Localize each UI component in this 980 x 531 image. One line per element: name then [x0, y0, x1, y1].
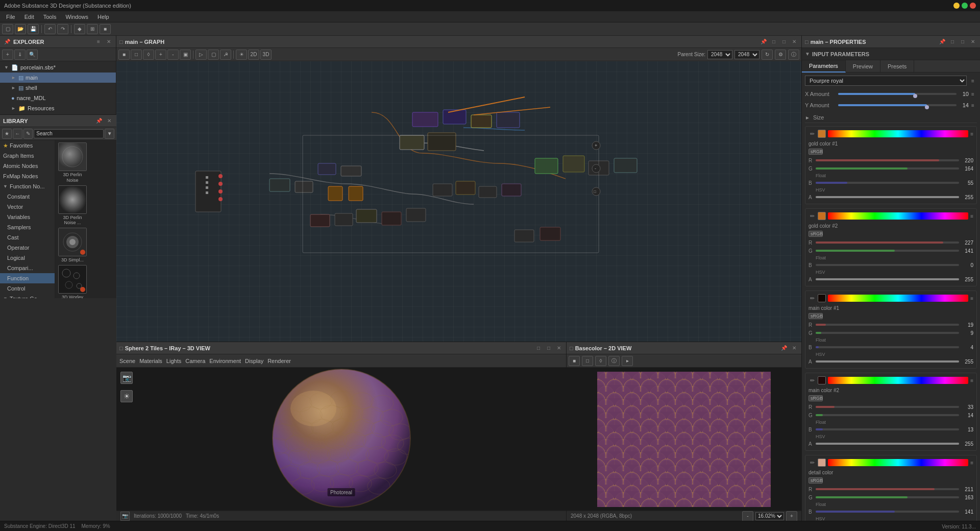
y-amount-slider[interactable]: [838, 101, 957, 109]
main-color-2-swatch[interactable]: [818, 376, 826, 384]
lib-favorites[interactable]: ★ Favorites: [0, 140, 55, 151]
tab-presets[interactable]: Presets: [880, 60, 914, 73]
lib-atomic-nodes[interactable]: Atomic Nodes: [0, 161, 55, 171]
graph-fit[interactable]: ▣: [180, 50, 191, 60]
lib-filter[interactable]: ▼: [105, 129, 114, 139]
graph-zoom-in[interactable]: +: [155, 50, 166, 60]
lib-function[interactable]: ▼ Function No...: [0, 181, 55, 191]
tab-preview[interactable]: Preview: [846, 60, 880, 73]
graph-tool3[interactable]: ◊: [143, 50, 154, 60]
color1-menu[interactable]: ≡: [970, 131, 973, 137]
color2-spectrum[interactable]: [828, 212, 968, 220]
view3d-materials[interactable]: Materials: [139, 358, 162, 364]
view3d-canvas[interactable]: 📷 ☀: [116, 368, 566, 511]
maincolor1-picker[interactable]: ✏: [808, 295, 816, 302]
main-color-1-swatch[interactable]: [818, 294, 826, 302]
lib-operator[interactable]: Operator: [0, 243, 55, 253]
view3d-display[interactable]: Display: [245, 358, 263, 364]
tool1[interactable]: ◆: [74, 24, 85, 34]
graph-info[interactable]: ⓘ: [788, 50, 799, 60]
thumb-3d-perlin2[interactable]: 3D Perlin Noise ...: [57, 185, 88, 226]
preset-select[interactable]: Pourpre royal: [805, 76, 967, 86]
lib-fxmap[interactable]: FxMap Nodes: [0, 171, 55, 181]
explorer-pin[interactable]: 📌: [3, 38, 11, 46]
minimize-button[interactable]: [953, 3, 960, 9]
tree-nacre[interactable]: ● nacre_MDL: [0, 93, 116, 103]
y-amount-menu[interactable]: ≡: [969, 101, 977, 109]
maincolor2-menu[interactable]: ≡: [970, 378, 973, 383]
lib-fav[interactable]: ★: [2, 129, 12, 139]
r2-track[interactable]: [816, 242, 959, 244]
lib-control[interactable]: Control: [0, 283, 55, 294]
tab-parameters[interactable]: Parameters: [802, 60, 846, 73]
b-track[interactable]: [816, 182, 959, 184]
view3d-environment[interactable]: Environment: [209, 358, 241, 364]
lib-logical[interactable]: Logical: [0, 253, 55, 263]
graph-refresh[interactable]: ↻: [762, 50, 773, 60]
lib-compare[interactable]: Compari...: [0, 263, 55, 273]
lib-constant[interactable]: Constant: [0, 191, 55, 202]
color2-menu[interactable]: ≡: [970, 213, 973, 219]
graph-close[interactable]: ✕: [790, 38, 798, 46]
b2-track[interactable]: [816, 264, 959, 266]
explorer-menu[interactable]: ≡: [94, 38, 103, 46]
menu-file[interactable]: File: [2, 13, 19, 21]
thumb-3d-worley[interactable]: 3D Worley Noise: [57, 265, 88, 298]
graph-settings[interactable]: ⚙: [775, 50, 786, 60]
view3d-camera[interactable]: Camera: [185, 358, 205, 364]
x-amount-slider[interactable]: [838, 90, 957, 98]
x-amount-menu[interactable]: ≡: [969, 90, 977, 98]
tree-main[interactable]: ► ▤ main: [0, 73, 116, 83]
new-button[interactable]: ▢: [2, 24, 13, 34]
mc1-b-track[interactable]: [816, 346, 959, 348]
tool2[interactable]: ⊞: [87, 24, 98, 34]
color1-spectrum[interactable]: [828, 130, 968, 137]
view3d-scene[interactable]: Scene: [119, 358, 135, 364]
gold-color-2-swatch[interactable]: [818, 212, 826, 220]
size-expand[interactable]: ►: [805, 115, 810, 120]
view2d-pin[interactable]: 📌: [780, 344, 788, 352]
close-button[interactable]: [970, 3, 976, 9]
size-select[interactable]: 2048 1024: [734, 50, 760, 59]
library-close[interactable]: ✕: [105, 117, 113, 125]
gold-color-1-swatch[interactable]: [818, 130, 826, 138]
graph-pan[interactable]: ☭: [220, 50, 231, 60]
menu-windows[interactable]: Windows: [61, 13, 92, 21]
prop-close[interactable]: ✕: [969, 38, 977, 46]
x-slider-thumb[interactable]: [913, 94, 917, 98]
mc2-a-track[interactable]: [816, 443, 959, 445]
a-track[interactable]: [816, 196, 959, 198]
graph-float[interactable]: □: [770, 38, 778, 46]
mc2-b-track[interactable]: [816, 428, 959, 430]
lib-function-sub[interactable]: Function: [0, 273, 55, 283]
prop-float[interactable]: □: [948, 38, 957, 46]
view2d-close[interactable]: ✕: [790, 344, 798, 352]
graph-3d[interactable]: 3D: [260, 50, 272, 60]
graph-render[interactable]: ☀: [236, 50, 247, 60]
lib-variables[interactable]: Variables: [0, 212, 55, 222]
graph-max[interactable]: □: [780, 38, 788, 46]
maincolor1-spectrum[interactable]: [828, 295, 968, 302]
prop-max[interactable]: □: [959, 38, 967, 46]
mc1-a-track[interactable]: [816, 360, 959, 363]
view3d-float[interactable]: □: [534, 344, 543, 352]
expand-arrow[interactable]: ▼: [805, 51, 810, 57]
view2d-info[interactable]: ⓘ: [608, 356, 620, 366]
graph-zoom-out[interactable]: -: [167, 50, 179, 60]
view2d-canvas[interactable]: [567, 368, 801, 511]
view2d-zoom-in[interactable]: +: [786, 511, 797, 521]
parent-size-select[interactable]: 2048 1024 512: [707, 50, 732, 59]
redo-button[interactable]: ↷: [57, 24, 68, 34]
undo-button[interactable]: ↶: [44, 24, 56, 34]
view3d-close[interactable]: ✕: [555, 344, 563, 352]
explorer-new[interactable]: +: [2, 50, 13, 60]
view2d-chart[interactable]: ▸: [622, 356, 633, 366]
status-camera-icon[interactable]: 📷: [120, 512, 130, 521]
save-button[interactable]: 💾: [28, 24, 39, 34]
explorer-search[interactable]: 🔍: [27, 50, 38, 60]
g-track[interactable]: [816, 167, 959, 170]
lib-graph-items[interactable]: Graph Items: [0, 151, 55, 161]
search-input[interactable]: [34, 129, 104, 138]
explorer-close[interactable]: ✕: [105, 38, 113, 46]
graph-pin[interactable]: 📌: [760, 38, 768, 46]
